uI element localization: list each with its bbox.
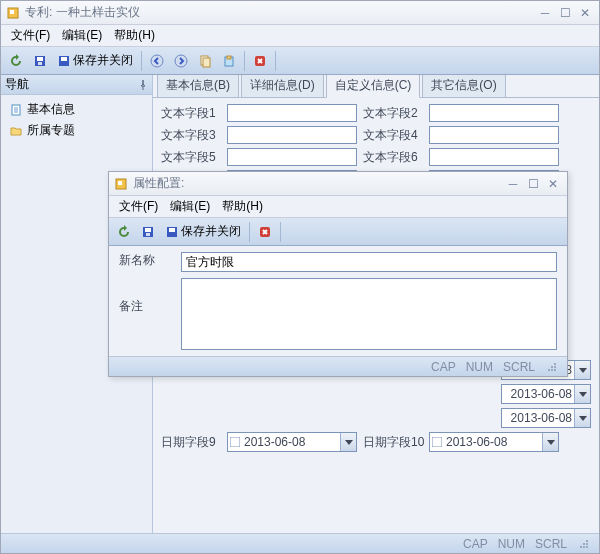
menu-file[interactable]: 文件(F) (5, 25, 56, 46)
status-scrl: SCRL (503, 360, 535, 374)
main-statusbar: CAP NUM SCRL (1, 533, 599, 553)
input-text4[interactable] (429, 126, 559, 144)
svg-point-22 (586, 546, 588, 548)
tab-basic[interactable]: 基本信息(B) (157, 75, 239, 97)
modal-titlebar[interactable]: 属性配置: ─ ☐ ✕ (109, 172, 567, 196)
tree-label: 所属专题 (27, 122, 75, 139)
svg-point-7 (151, 55, 163, 67)
minimize-button[interactable]: ─ (503, 176, 523, 192)
date-row-9-10: 日期字段9 2013-06-08 日期字段10 2013-06-08 (161, 432, 591, 452)
forward-icon[interactable] (170, 50, 192, 72)
input-text2[interactable] (429, 104, 559, 122)
svg-rect-15 (230, 437, 240, 447)
svg-rect-10 (203, 58, 210, 67)
chevron-down-icon[interactable] (574, 409, 590, 427)
status-scrl: SCRL (535, 537, 567, 551)
svg-rect-1 (10, 10, 14, 14)
maximize-button[interactable]: ☐ (523, 176, 543, 192)
svg-point-35 (551, 369, 553, 371)
date-picker-9[interactable]: 2013-06-08 (227, 432, 357, 452)
menu-edit[interactable]: 编辑(E) (164, 196, 216, 217)
main-title: 专利: 一种土样击实仪 (25, 4, 535, 21)
close-button[interactable]: ✕ (543, 176, 563, 192)
chevron-down-icon[interactable] (574, 361, 590, 379)
tree-item-topic[interactable]: 所属专题 (5, 120, 148, 141)
svg-rect-26 (145, 228, 151, 232)
svg-point-31 (554, 363, 556, 365)
menu-edit[interactable]: 编辑(E) (56, 25, 108, 46)
input-text1[interactable] (227, 104, 357, 122)
tree-item-basic[interactable]: 基本信息 (5, 99, 148, 120)
save-close-button[interactable]: 保存并关闭 (161, 221, 245, 243)
svg-rect-12 (227, 56, 231, 59)
nav-header: 导航 (1, 75, 152, 95)
modal-body: 新名称 备注 (109, 246, 567, 356)
close-button[interactable]: ✕ (575, 5, 595, 21)
modal-toolbar: 保存并关闭 (109, 218, 567, 246)
date-picker[interactable]: 2013-06-08 (501, 408, 591, 428)
nav-tree: 基本信息 所属专题 (1, 95, 152, 145)
save-icon[interactable] (137, 221, 159, 243)
save-close-button[interactable]: 保存并关闭 (53, 50, 137, 72)
chevron-down-icon[interactable] (542, 433, 558, 451)
toolbar-separator (141, 51, 142, 71)
modal-menubar: 文件(F) 编辑(E) 帮助(H) (109, 196, 567, 218)
input-text3[interactable] (227, 126, 357, 144)
label-text1: 文本字段1 (161, 105, 221, 122)
svg-point-36 (554, 369, 556, 371)
tab-custom[interactable]: 自定义信息(C) (326, 75, 421, 98)
svg-point-20 (580, 546, 582, 548)
resize-grip-icon[interactable] (577, 537, 591, 551)
label-text2: 文本字段2 (363, 105, 423, 122)
label-new-name: 新名称 (119, 252, 175, 272)
input-text5[interactable] (227, 148, 357, 166)
svg-point-21 (583, 546, 585, 548)
tab-detail[interactable]: 详细信息(D) (241, 75, 324, 97)
main-menubar: 文件(F) 编辑(E) 帮助(H) (1, 25, 599, 47)
toolbar-separator (275, 51, 276, 71)
chevron-down-icon[interactable] (574, 385, 590, 403)
refresh-icon[interactable] (113, 221, 135, 243)
checkbox-icon[interactable] (430, 437, 444, 447)
date-value: 2013-06-08 (242, 435, 340, 449)
svg-rect-4 (38, 62, 42, 65)
copy-icon[interactable] (194, 50, 216, 72)
chevron-down-icon[interactable] (340, 433, 356, 451)
date-value: 2013-06-08 (444, 435, 542, 449)
input-new-name[interactable] (181, 252, 557, 272)
paste-icon[interactable] (218, 50, 240, 72)
label-text3: 文本字段3 (161, 127, 221, 144)
menu-file[interactable]: 文件(F) (113, 196, 164, 217)
svg-rect-3 (37, 57, 43, 61)
resize-grip-icon[interactable] (545, 360, 559, 374)
input-text6[interactable] (429, 148, 559, 166)
textarea-remark[interactable] (181, 278, 557, 350)
label-text4: 文本字段4 (363, 127, 423, 144)
date-picker-10[interactable]: 2013-06-08 (429, 432, 559, 452)
folder-icon (9, 124, 23, 138)
svg-point-18 (583, 543, 585, 545)
tab-other[interactable]: 其它信息(O) (422, 75, 505, 97)
checkbox-icon[interactable] (228, 437, 242, 447)
svg-point-32 (551, 366, 553, 368)
main-titlebar[interactable]: 专利: 一种土样击实仪 ─ ☐ ✕ (1, 1, 599, 25)
save-close-label: 保存并关闭 (181, 223, 241, 240)
delete-icon[interactable] (254, 221, 276, 243)
back-icon[interactable] (146, 50, 168, 72)
minimize-button[interactable]: ─ (535, 5, 555, 21)
refresh-icon[interactable] (5, 50, 27, 72)
menu-help[interactable]: 帮助(H) (216, 196, 269, 217)
status-cap: CAP (463, 537, 488, 551)
svg-point-19 (586, 543, 588, 545)
menu-help[interactable]: 帮助(H) (108, 25, 161, 46)
svg-rect-27 (146, 233, 150, 236)
modal-statusbar: CAP NUM SCRL (109, 356, 567, 376)
save-icon[interactable] (29, 50, 51, 72)
pin-icon[interactable] (138, 80, 148, 90)
label-text6: 文本字段6 (363, 149, 423, 166)
svg-rect-29 (169, 228, 175, 232)
save-close-label: 保存并关闭 (73, 52, 133, 69)
delete-icon[interactable] (249, 50, 271, 72)
maximize-button[interactable]: ☐ (555, 5, 575, 21)
date-picker[interactable]: 2013-06-08 (501, 384, 591, 404)
